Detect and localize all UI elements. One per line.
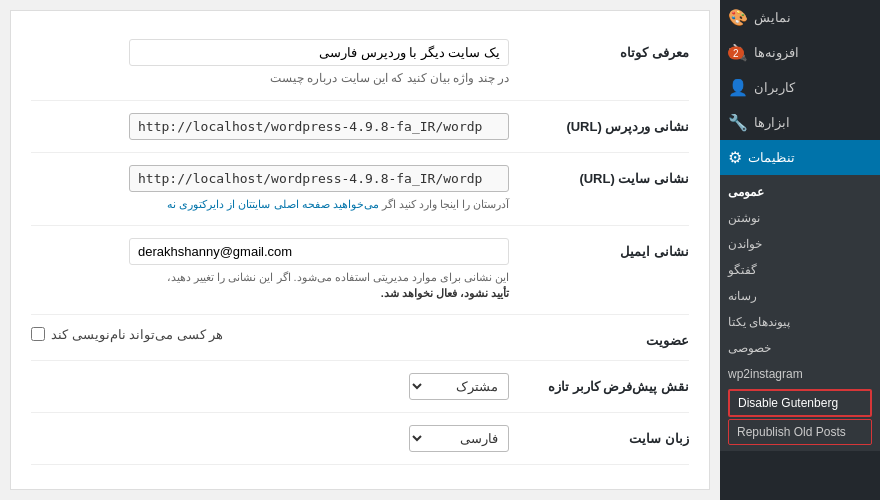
membership-row: عضویت هر کسی می‌تواند نام‌نویسی کند [31, 315, 689, 361]
email-hint: این نشانی برای موارد مدیریتی استفاده می‌… [31, 269, 509, 302]
wp-url-row: نشانی وردپرس (URL) [31, 101, 689, 153]
site-url-field: آدرستان را اینجا وارد کنید اگر می‌خواهید… [31, 165, 509, 213]
subitem-permalinks[interactable]: پیوندهای یکتا [720, 309, 880, 335]
tools-icon: 🔧 [728, 113, 748, 132]
email-row: نشانی ایمیل این نشانی برای موارد مدیریتی… [31, 226, 689, 315]
role-row: نقش پیش‌فرض کاربر تازه مشترک [31, 361, 689, 413]
lang-label: زبان سایت [529, 425, 689, 446]
membership-field: هر کسی می‌تواند نام‌نویسی کند [31, 327, 509, 342]
subitem-label: نوشتن [728, 211, 760, 225]
site-url-label: نشانی سایت (URL) [529, 165, 689, 186]
email-input[interactable] [129, 238, 509, 265]
wp-url-label: نشانی وردپرس (URL) [529, 113, 689, 134]
email-label: نشانی ایمیل [529, 238, 689, 259]
sidebar: نمایش 🎨 افزونه‌ها 🔌 2 کاربران 👤 ابزارها … [720, 0, 880, 500]
sidebar-item-settings[interactable]: تنظیمات ⚙ [720, 140, 880, 175]
settings-submenu: عمومی نوشتن خواندن گفتگو رسانه پیوندهای … [720, 175, 880, 451]
title-field: در چند واژه بیان کنید که این سایت درباره… [31, 39, 509, 88]
title-label: معرفی کوتاه [529, 39, 689, 60]
title-row: معرفی کوتاه در چند واژه بیان کنید که این… [31, 27, 689, 101]
settings-icon: ⚙ [728, 148, 742, 167]
subitem-disable-gutenberg[interactable]: Disable Gutenberg [728, 389, 872, 417]
subitem-label: رسانه [728, 289, 757, 303]
subitem-label: پیوندهای یکتا [728, 315, 790, 329]
email-hint-bold: تأیید نشود، فعال نخواهد شد. [381, 287, 509, 299]
title-hint: در چند واژه بیان کنید که این سایت درباره… [31, 69, 509, 88]
sidebar-item-appearance[interactable]: نمایش 🎨 [720, 0, 880, 35]
role-field: مشترک [31, 373, 509, 400]
subitem-reading[interactable]: خواندن [720, 231, 880, 257]
lang-field: فارسی [31, 425, 509, 452]
membership-label: عضویت [529, 327, 689, 348]
site-url-hint: آدرستان را اینجا وارد کنید اگر می‌خواهید… [31, 196, 509, 213]
site-title-input[interactable] [129, 39, 509, 66]
sidebar-item-label: کاربران [754, 80, 795, 95]
membership-checkbox[interactable] [31, 327, 45, 341]
subitem-general[interactable]: عمومی [720, 179, 880, 205]
site-url-hint-pre: آدرستان را اینجا وارد کنید اگر [379, 198, 509, 210]
email-hint-text: این نشانی برای موارد مدیریتی استفاده می‌… [167, 271, 509, 283]
lang-row: زبان سایت فارسی [31, 413, 689, 465]
lang-select[interactable]: فارسی [409, 425, 509, 452]
sidebar-item-label: نمایش [754, 10, 791, 25]
plugins-badge: 2 [728, 46, 744, 59]
sidebar-item-plugins[interactable]: افزونه‌ها 🔌 2 [720, 35, 880, 70]
subitem-label: wp2instagram [728, 367, 803, 381]
sidebar-item-label: ابزارها [754, 115, 790, 130]
users-icon: 👤 [728, 78, 748, 97]
wp-url-input[interactable] [129, 113, 509, 140]
main-content: معرفی کوتاه در چند واژه بیان کنید که این… [0, 0, 720, 500]
sidebar-item-label: افزونه‌ها [754, 45, 799, 60]
sidebar-item-users[interactable]: کاربران 👤 [720, 70, 880, 105]
appearance-icon: 🎨 [728, 8, 748, 27]
subitem-label: خصوصی [728, 341, 771, 355]
subitem-label: گفتگو [728, 263, 757, 277]
subitem-writing[interactable]: نوشتن [720, 205, 880, 231]
membership-checkbox-wrap: هر کسی می‌تواند نام‌نویسی کند [31, 327, 509, 342]
site-url-row: نشانی سایت (URL) آدرستان را اینجا وارد ک… [31, 153, 689, 226]
settings-panel: معرفی کوتاه در چند واژه بیان کنید که این… [10, 10, 710, 490]
sidebar-item-label: تنظیمات [748, 150, 795, 165]
membership-checkbox-label: هر کسی می‌تواند نام‌نویسی کند [51, 327, 223, 342]
subitem-discussion[interactable]: گفتگو [720, 257, 880, 283]
email-field-wrap: این نشانی برای موارد مدیریتی استفاده می‌… [31, 238, 509, 302]
subitem-republish-old-posts[interactable]: Republish Old Posts [728, 419, 872, 445]
site-url-hint-link[interactable]: می‌خواهید صفحه اصلی سایتتان از دایرکتوری… [167, 198, 378, 210]
plugin-label: Republish Old Posts [737, 425, 846, 439]
subitem-privacy[interactable]: خصوصی [720, 335, 880, 361]
role-label: نقش پیش‌فرض کاربر تازه [529, 373, 689, 394]
plugin-label: Disable Gutenberg [738, 396, 838, 410]
sidebar-item-tools[interactable]: ابزارها 🔧 [720, 105, 880, 140]
wp-url-field [31, 113, 509, 140]
site-url-input[interactable] [129, 165, 509, 192]
subitem-wp2instagram[interactable]: wp2instagram [720, 361, 880, 387]
subitem-label: عمومی [728, 185, 764, 199]
subitem-label: خواندن [728, 237, 762, 251]
role-select[interactable]: مشترک [409, 373, 509, 400]
subitem-media[interactable]: رسانه [720, 283, 880, 309]
